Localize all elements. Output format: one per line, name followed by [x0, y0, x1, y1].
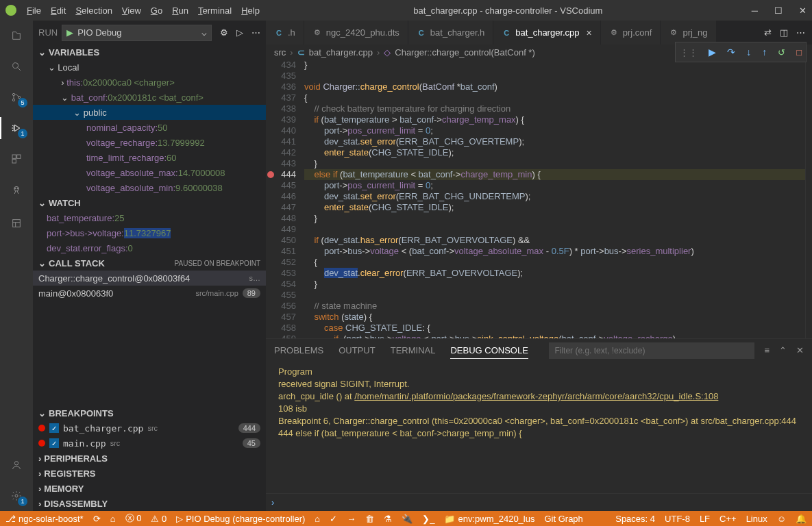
menu-file[interactable]: File: [22, 3, 46, 18]
account-icon[interactable]: [8, 457, 25, 473]
callstack-frame[interactable]: main@0x080063f0src/main.cpp89: [33, 286, 266, 301]
os-item[interactable]: Linux: [746, 514, 767, 524]
step-out-button[interactable]: ↑: [762, 47, 767, 58]
debug-console-icon[interactable]: ▷: [236, 27, 243, 38]
sb-arrow-icon[interactable]: →: [347, 514, 356, 524]
checkbox-icon[interactable]: ✓: [49, 423, 59, 433]
disassembly-header[interactable]: ›DISASSEMBLY: [33, 496, 266, 511]
explorer-icon[interactable]: [8, 27, 25, 44]
checkbox-icon[interactable]: ✓: [49, 438, 59, 448]
debug-console-output[interactable]: Program received signal SIGINT, Interrup…: [266, 362, 812, 493]
breakpoint-item[interactable]: ✓main.cpp src45: [33, 436, 266, 451]
bell-icon[interactable]: 🔔: [796, 514, 807, 524]
step-over-button[interactable]: ↷: [727, 47, 735, 58]
sync-icon[interactable]: ⟳: [93, 514, 101, 524]
extensions-icon[interactable]: [8, 151, 25, 167]
var-public[interactable]: ⌄ public: [33, 105, 266, 120]
branch-item[interactable]: ⎇ ngc-solar-boost*: [5, 514, 84, 524]
panel-settings-icon[interactable]: ≡: [764, 345, 770, 355]
encoding-item[interactable]: UTF-8: [665, 514, 690, 524]
platformio-icon[interactable]: [8, 181, 25, 198]
var-voltage-recharge[interactable]: voltage_recharge: 13.7999992: [33, 135, 266, 150]
var-voltage-absolute-min[interactable]: voltage_absolute_min: 9.60000038: [33, 180, 266, 195]
variables-header[interactable]: ⌄VARIABLES: [33, 45, 266, 60]
continue-button[interactable]: ▶: [709, 47, 716, 58]
warnings-icon[interactable]: ⚠ 0: [151, 514, 167, 524]
spaces-item[interactable]: Spaces: 4: [615, 514, 655, 524]
menu-go[interactable]: Go: [146, 3, 167, 18]
drag-handle-icon[interactable]: ⋮⋮: [680, 47, 698, 58]
tab-bat-charger-cpp[interactable]: Cbat_charger.cpp×: [493, 21, 600, 45]
var-this[interactable]: › this: 0x20000ca0 <charger>: [33, 75, 266, 90]
code-editor[interactable]: 4344354364374384394404414424434444454464…: [266, 60, 812, 338]
var-time-limit-recharge[interactable]: time_limit_recharge: 60: [33, 150, 266, 165]
peripherals-header[interactable]: ›PERIPHERALS: [33, 451, 266, 466]
step-into-button[interactable]: ↓: [746, 47, 751, 58]
menu-run[interactable]: Run: [167, 3, 193, 18]
panel-tab-debug-console[interactable]: DEBUG CONSOLE: [450, 342, 528, 359]
var-voltage-absolute-max[interactable]: voltage_absolute_max: 14.7000008: [33, 165, 266, 180]
sb-home-icon[interactable]: ⌂: [315, 514, 320, 524]
callstack-header[interactable]: ⌄CALL STACKPAUSED ON BREAKPOINT: [33, 255, 266, 271]
tab-prj-conf[interactable]: ⚙prj.conf: [601, 21, 661, 45]
debug-icon[interactable]: 1: [8, 120, 25, 136]
breakpoint-item[interactable]: ✓bat_charger.cpp src444: [33, 421, 266, 436]
menu-help[interactable]: Help: [236, 3, 264, 18]
callstack-frame[interactable]: Charger::charge_control@0x08003f64s…: [33, 271, 266, 286]
project-icon[interactable]: [8, 215, 25, 231]
tab-prj-ng[interactable]: ⚙prj_ng: [661, 21, 716, 45]
run-config-select[interactable]: ▶ PIO Debug ⌵: [62, 25, 212, 41]
var-nominal-capacity[interactable]: nominal_capacity: 50: [33, 120, 266, 135]
menu-selection[interactable]: Selection: [71, 3, 116, 18]
lang-item[interactable]: C++: [719, 514, 737, 524]
menu-terminal[interactable]: Terminal: [193, 3, 236, 18]
more-icon[interactable]: ⋯: [251, 27, 260, 38]
env-item[interactable]: 📁 env:pwm_2420_lus: [444, 514, 534, 524]
gitgraph-item[interactable]: Git Graph: [544, 514, 582, 524]
sb-check-icon[interactable]: ✓: [330, 514, 337, 524]
tab--h[interactable]: C.h: [266, 21, 304, 45]
menu-edit[interactable]: Edit: [46, 3, 71, 18]
restart-button[interactable]: ↺: [778, 47, 785, 58]
compare-icon[interactable]: ⇄: [764, 27, 772, 38]
scm-icon[interactable]: 5: [8, 89, 25, 105]
settings-icon[interactable]: 1: [8, 488, 25, 504]
feedback-icon[interactable]: ☺: [777, 514, 786, 524]
var-bat-conf[interactable]: ⌄ bat_conf: 0x2000181c <bat_conf>: [33, 90, 266, 105]
panel-tab-output[interactable]: OUTPUT: [339, 342, 375, 358]
registers-header[interactable]: ›REGISTERS: [33, 466, 266, 481]
watch-header[interactable]: ⌄WATCH: [33, 195, 266, 210]
panel-maximize-icon[interactable]: ⌃: [779, 345, 787, 355]
tab-close-icon[interactable]: ×: [587, 27, 592, 38]
watch-item[interactable]: dev_stat.error_flags: 0: [33, 240, 266, 255]
tab-ngc-2420-phu-dts[interactable]: ⚙ngc_2420_phu.dts: [304, 21, 408, 45]
watch-item[interactable]: bat_temperature: 25: [33, 210, 266, 225]
tab-bat-charger-h[interactable]: Cbat_charger.h: [408, 21, 494, 45]
panel-tab-terminal[interactable]: TERMINAL: [391, 342, 436, 358]
gear-icon[interactable]: ⚙: [220, 27, 228, 38]
minimize-icon[interactable]: ─: [752, 5, 758, 16]
debug-toolbar[interactable]: ⋮⋮ ▶ ↷ ↓ ↑ ↺ □: [675, 42, 807, 62]
sb-serial-icon[interactable]: 🔌: [402, 514, 413, 524]
debug-repl[interactable]: ›: [266, 493, 812, 511]
breadcrumb[interactable]: src› ⊂bat_charger.cpp› ◇Charger::charge_…: [266, 45, 812, 60]
panel-close-icon[interactable]: ✕: [796, 345, 804, 355]
split-icon[interactable]: ◫: [780, 27, 788, 38]
more-icon[interactable]: ⋯: [796, 27, 805, 38]
errors-icon[interactable]: ⓧ 0: [125, 512, 142, 525]
watch-item[interactable]: port->bus->voltage: 11.7327967: [33, 225, 266, 240]
search-icon[interactable]: [8, 58, 25, 75]
debug-repl-input[interactable]: [278, 497, 807, 508]
sb-test-icon[interactable]: ⚗: [384, 514, 392, 524]
breakpoints-header[interactable]: ⌄BREAKPOINTS: [33, 405, 266, 421]
eol-item[interactable]: LF: [700, 514, 710, 524]
minimap[interactable]: [805, 60, 812, 338]
close-icon[interactable]: ✕: [799, 5, 807, 16]
console-filter-input[interactable]: [549, 342, 754, 359]
sb-terminal-icon[interactable]: ❯_: [422, 514, 434, 524]
debug-status[interactable]: ▷ PIO Debug (charge-controller): [176, 514, 305, 524]
memory-header[interactable]: ›MEMORY: [33, 481, 266, 496]
panel-tab-problems[interactable]: PROBLEMS: [274, 342, 323, 358]
sb-trash-icon[interactable]: 🗑: [365, 514, 374, 524]
stop-button[interactable]: □: [796, 47, 802, 58]
